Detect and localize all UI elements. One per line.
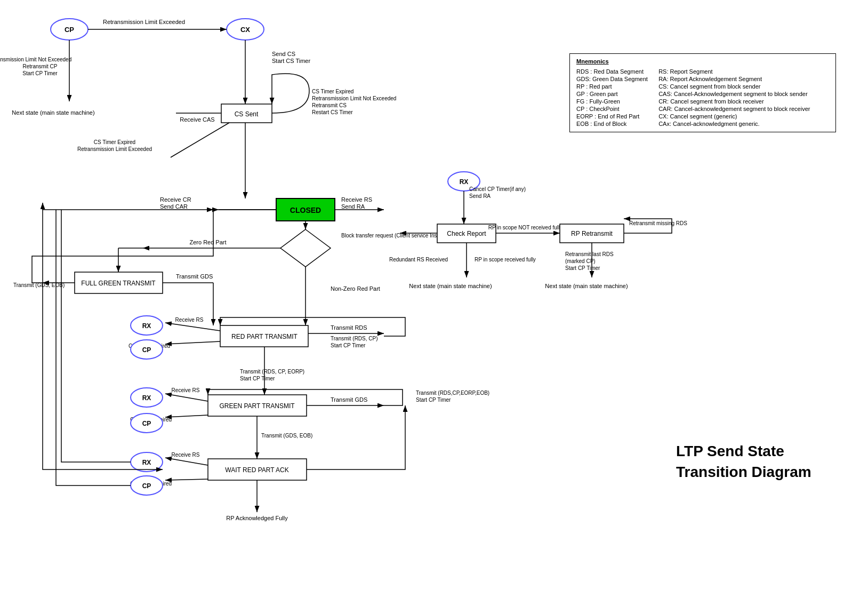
svg-text:Start CP Timer: Start CP Timer	[22, 70, 58, 76]
svg-text:Retransmission Limit Not Excee: Retransmission Limit Not Exceeded	[312, 95, 396, 101]
label-rp-fully: RP in scope received fully	[475, 257, 536, 262]
label-receive-rs-closed: Receive RS	[341, 196, 372, 203]
wait-red-part-ack-state: WAIT RED PART ACK	[225, 466, 288, 474]
green-part-transmit-state: GREEN PART TRANSMIT	[219, 402, 295, 410]
svg-text:Start CP Timer: Start CP Timer	[565, 265, 600, 271]
svg-line-34	[165, 323, 220, 331]
svg-line-51	[165, 479, 208, 480]
label-transmit-gds-gpt: Transmit GDS	[331, 396, 367, 403]
cs-sent-state: CS Sent	[235, 110, 259, 118]
cp-mid1: CP	[142, 346, 151, 354]
label-rp-ack: RP Acknowledged Fully	[226, 515, 288, 521]
rx-top: RX	[460, 178, 469, 186]
label-next-state-rp: Next state (main state machine)	[545, 283, 628, 289]
label-receive-cas: Receive CAS	[180, 116, 214, 123]
svg-line-36	[165, 341, 220, 344]
svg-line-45	[165, 415, 208, 417]
svg-text:Send RA: Send RA	[469, 193, 491, 199]
svg-text:Send CAR: Send CAR	[160, 203, 188, 210]
svg-text:Start CP Timer: Start CP Timer	[240, 376, 275, 381]
label-next-state-cp: Next state (main state machine)	[12, 109, 94, 116]
label-receive-cr: Receive CR	[160, 196, 191, 203]
label-send-cs: Send CS	[272, 51, 295, 57]
cx-state: CX	[240, 26, 250, 34]
full-green-transmit-state: FULL GREEN TRANSMIT	[81, 280, 156, 287]
svg-line-16	[171, 123, 229, 157]
label-cs-timer-exceeded: CS Timer Expired	[94, 139, 135, 145]
label-next-state-check: Next state (main state machine)	[409, 283, 492, 289]
label-non-zero-red: Non-Zero Red Part	[331, 285, 380, 292]
label-zero-red: Zero Red Part	[189, 239, 226, 245]
closed-state: CLOSED	[290, 206, 321, 214]
label-transmit-rds: Transmit RDS	[331, 324, 367, 331]
label-redundant-rs: Redundant RS Received	[389, 257, 448, 262]
svg-marker-22	[280, 229, 331, 267]
label-cancel-cp-timer: Cancel CP Timer(if any)	[469, 186, 526, 192]
label-receive-rs-bot: Receive RS	[172, 452, 200, 458]
cp-bot: CP	[142, 482, 151, 490]
state-diagram: CP CX Retransmission Limit Exceeded Retr…	[0, 0, 868, 589]
rx-mid1: RX	[142, 322, 151, 330]
label-transmit-gds-eob-gpt: Transmit (GDS, EOB)	[261, 433, 312, 439]
cp-mid2: CP	[142, 420, 151, 427]
label-transmit-gds-fgt: Transmit GDS	[176, 273, 213, 280]
rx-mid2: RX	[142, 394, 151, 402]
rp-retransmit-state: RP Retransmit	[571, 230, 613, 237]
label-retrans-exceeded: Retransmission Limit Exceeded	[103, 19, 185, 25]
svg-text:Start CP Timer: Start CP Timer	[331, 343, 366, 348]
label-retransmit-last-rds: Retransmit last RDS	[565, 251, 614, 257]
label-retransmit-missing-rds: Retransmit missing RDS	[629, 220, 687, 226]
label-receive-rs-mid2: Receive RS	[172, 387, 200, 393]
svg-text:Restart CS Timer: Restart CS Timer	[312, 109, 353, 115]
svg-line-43	[165, 394, 208, 401]
rx-bot: RX	[142, 459, 151, 466]
cp-state-top: CP	[65, 26, 74, 34]
label-rp-not-fully: RP in scope NOT received fully	[488, 225, 562, 230]
svg-text:Retransmission Limit Exceeded: Retransmission Limit Exceeded	[77, 146, 152, 152]
check-report-state: Check Report	[447, 230, 486, 237]
svg-text:Retransmit CS: Retransmit CS	[312, 102, 347, 108]
label-transmit-rds-cp-eorp: Transmit (RDS, CP, EORP)	[240, 369, 304, 375]
label-cs-timer-not-exceeded: CS Timer Expired	[312, 89, 353, 94]
svg-text:Start CS Timer: Start CS Timer	[272, 58, 310, 64]
svg-text:Transmit (RDS, CP): Transmit (RDS, CP)	[331, 336, 378, 341]
svg-text:Retransmit CP: Retransmit CP	[22, 63, 57, 69]
red-part-transmit-state: RED PART TRANSMIT	[231, 333, 298, 340]
label-receive-rs-mid1: Receive RS	[175, 317, 204, 323]
svg-text:Send RA: Send RA	[341, 203, 365, 210]
svg-text:(marked CP): (marked CP)	[565, 258, 596, 264]
svg-text:Start CP Timer: Start CP Timer	[416, 397, 451, 403]
label-retrans-not-exceeded: Retransmission Limit Not Exceeded	[0, 57, 71, 62]
label-transmit-rds-eorp-eob: Transmit (RDS,CP,EORP,EOB)	[416, 390, 489, 396]
svg-line-49	[165, 458, 208, 465]
